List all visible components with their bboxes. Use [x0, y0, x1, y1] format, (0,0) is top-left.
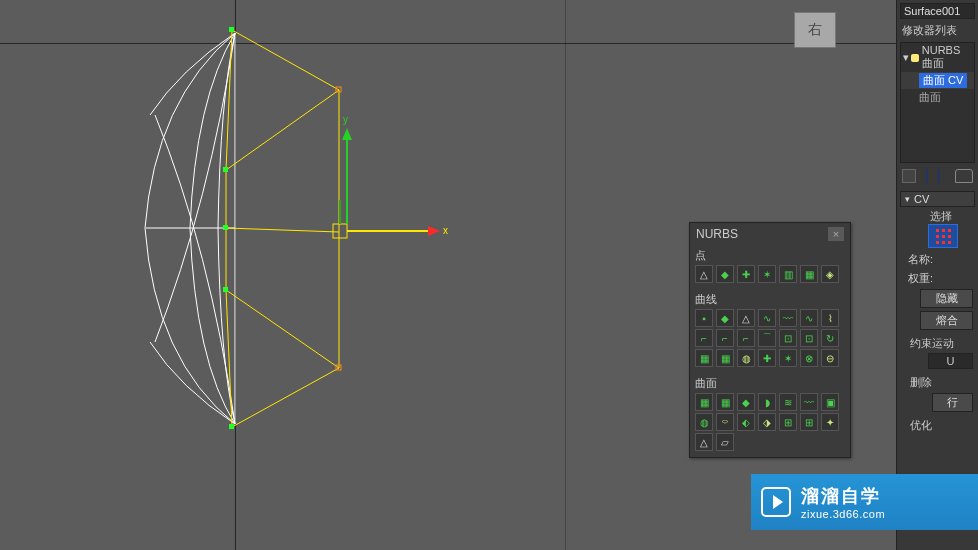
modifier-sub-surface[interactable]: 曲面 — [901, 89, 974, 106]
surf-tool-9[interactable]: ⌔ — [716, 413, 734, 431]
surf-tool-10[interactable]: ⬖ — [737, 413, 755, 431]
divider-icon — [926, 169, 928, 183]
point-tool-6[interactable]: ▦ — [800, 265, 818, 283]
cv-rollout-header[interactable]: CV — [900, 191, 975, 207]
nurbs-toolbox[interactable]: NURBS × 点 △ ◆ ✚ ✶ ▥ ▦ ◈ 曲线 ▪ ◆ △ ∿ 〰 ∿ ⌇… — [689, 222, 851, 458]
nurbs-title-label: NURBS — [696, 227, 738, 241]
point-tool-3[interactable]: ✚ — [737, 265, 755, 283]
svg-line-2 — [226, 90, 339, 170]
point-tool-7[interactable]: ◈ — [821, 265, 839, 283]
axis-y-label: y — [343, 114, 348, 125]
curve-tool-1[interactable]: ▪ — [695, 309, 713, 327]
object-name-text: Surface001 — [904, 5, 960, 17]
svg-line-4 — [226, 290, 339, 368]
hide-button[interactable]: 隐藏 — [920, 289, 973, 308]
delete-label: 删除 — [910, 375, 973, 390]
weight-label: 权重: — [908, 271, 933, 286]
svg-rect-9 — [229, 424, 234, 429]
curve-tool-10[interactable]: ⌐ — [737, 329, 755, 347]
svg-rect-6 — [223, 167, 228, 172]
view-cube-face: 右 — [808, 21, 822, 39]
svg-rect-8 — [223, 287, 228, 292]
play-icon — [761, 487, 791, 517]
cv-title: CV — [914, 193, 929, 205]
surf-tool-11[interactable]: ⬗ — [758, 413, 776, 431]
curve-tool-20[interactable]: ⊗ — [800, 349, 818, 367]
svg-rect-5 — [229, 27, 234, 32]
optimize-label: 优化 — [910, 418, 973, 433]
row-button[interactable]: 行 — [932, 393, 973, 412]
svg-line-3 — [226, 228, 339, 232]
curve-tool-11[interactable]: ⌒ — [758, 329, 776, 347]
curve-tool-8[interactable]: ⌐ — [695, 329, 713, 347]
modifier-top-label: NURBS 曲面 — [922, 44, 972, 71]
svg-marker-18 — [342, 128, 352, 140]
transform-gizmo — [333, 128, 440, 238]
svg-rect-7 — [223, 225, 228, 230]
object-name-field[interactable]: Surface001 — [900, 3, 975, 19]
curve-tool-9[interactable]: ⌐ — [716, 329, 734, 347]
axis-x-label: x — [443, 225, 448, 236]
surf-tool-6[interactable]: 〰 — [800, 393, 818, 411]
point-tool-4[interactable]: ✶ — [758, 265, 776, 283]
divider-icon — [938, 169, 940, 183]
curve-tool-15[interactable]: ▦ — [695, 349, 713, 367]
surf-tool-1[interactable]: ▦ — [695, 393, 713, 411]
group-surfaces-label: 曲面 — [695, 376, 845, 391]
modifier-row-nurbs[interactable]: ▾ NURBS 曲面 — [901, 43, 974, 72]
group-curves-label: 曲线 — [695, 292, 845, 307]
nurbs-toolbox-title[interactable]: NURBS × — [690, 223, 850, 245]
surf-tool-4[interactable]: ◗ — [758, 393, 776, 411]
watermark-overlay: 溜溜自学 zixue.3d66.com — [751, 474, 978, 530]
surf-tool-7[interactable]: ▣ — [821, 393, 839, 411]
modifier-sub-surface-cv[interactable]: 曲面 CV — [901, 72, 974, 89]
surf-tool-3[interactable]: ◆ — [737, 393, 755, 411]
modifier-sub1-label: 曲面 CV — [919, 73, 967, 88]
curve-tool-2[interactable]: ◆ — [716, 309, 734, 327]
curve-tool-3[interactable]: △ — [737, 309, 755, 327]
curve-tool-16[interactable]: ▦ — [716, 349, 734, 367]
surf-tool-15[interactable]: △ — [695, 433, 713, 451]
curve-tool-18[interactable]: ✚ — [758, 349, 776, 367]
curve-tool-21[interactable]: ⊖ — [821, 349, 839, 367]
group-points-label: 点 — [695, 248, 845, 263]
modifier-list-label: 修改器列表 — [902, 23, 975, 38]
u-constraint-field[interactable]: U — [928, 353, 973, 369]
cv-selection-button[interactable] — [928, 224, 958, 248]
constrain-label: 约束运动 — [910, 336, 973, 351]
surf-tool-16[interactable]: ▱ — [716, 433, 734, 451]
close-icon[interactable]: × — [828, 227, 844, 241]
watermark-brand: 溜溜自学 — [801, 484, 885, 508]
curve-tool-14[interactable]: ↻ — [821, 329, 839, 347]
curve-tool-5[interactable]: 〰 — [779, 309, 797, 327]
expand-icon[interactable]: ▾ — [903, 51, 911, 64]
point-tool-1[interactable]: △ — [695, 265, 713, 283]
curve-tool-6[interactable]: ∿ — [800, 309, 818, 327]
surf-tool-5[interactable]: ≋ — [779, 393, 797, 411]
svg-rect-12 — [333, 224, 347, 238]
modifier-stack-tools — [902, 169, 973, 183]
pin-icon[interactable] — [902, 169, 916, 183]
name-label: 名称: — [908, 252, 933, 267]
curve-tool-17[interactable]: ◍ — [737, 349, 755, 367]
point-tool-2[interactable]: ◆ — [716, 265, 734, 283]
modifier-sub2-label: 曲面 — [919, 90, 941, 105]
point-tool-5[interactable]: ▥ — [779, 265, 797, 283]
curve-tool-13[interactable]: ⊡ — [800, 329, 818, 347]
surf-tool-8[interactable]: ◍ — [695, 413, 713, 431]
view-cube[interactable]: 右 — [794, 12, 836, 48]
curve-tool-12[interactable]: ⊡ — [779, 329, 797, 347]
svg-marker-16 — [428, 226, 440, 236]
command-panel: Surface001 修改器列表 ▾ NURBS 曲面 曲面 CV 曲面 CV … — [896, 0, 978, 550]
surf-tool-12[interactable]: ⊞ — [779, 413, 797, 431]
show-end-result-icon[interactable] — [955, 169, 973, 183]
modifier-stack[interactable]: ▾ NURBS 曲面 曲面 CV 曲面 — [900, 42, 975, 163]
surf-tool-13[interactable]: ⊞ — [800, 413, 818, 431]
surf-tool-14[interactable]: ✦ — [821, 413, 839, 431]
visibility-icon[interactable] — [911, 54, 919, 62]
fuse-button[interactable]: 熔合 — [920, 311, 973, 330]
curve-tool-7[interactable]: ⌇ — [821, 309, 839, 327]
surf-tool-2[interactable]: ▦ — [716, 393, 734, 411]
curve-tool-4[interactable]: ∿ — [758, 309, 776, 327]
curve-tool-19[interactable]: ✶ — [779, 349, 797, 367]
